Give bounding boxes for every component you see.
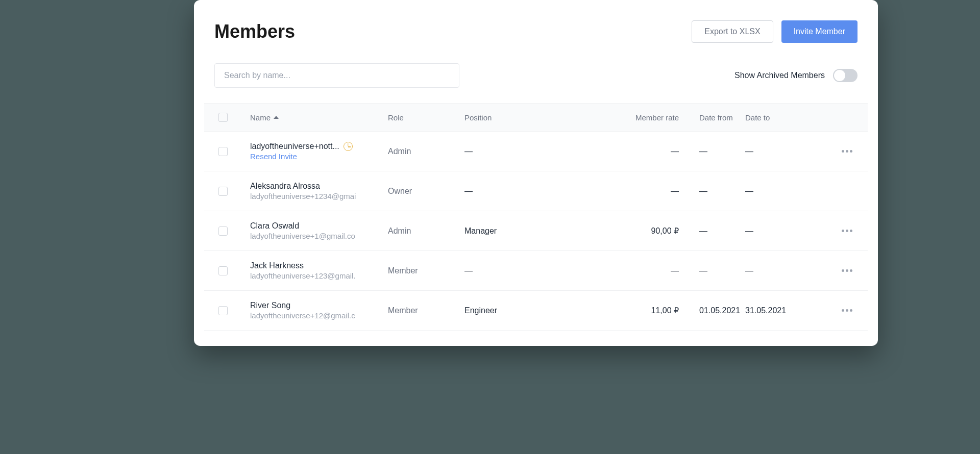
archived-toggle-wrap: Show Archived Members xyxy=(734,69,857,82)
name-line: ladyoftheuniverse+nott... xyxy=(250,142,388,151)
more-dots-icon xyxy=(850,230,852,232)
page-title: Members xyxy=(214,21,295,42)
actions-cell xyxy=(812,150,857,153)
rate-cell: 11,00 ₽ xyxy=(607,306,679,315)
name-cell: Aleksandra Alrossaladyoftheuniverse+1234… xyxy=(250,182,388,200)
checkbox-cell xyxy=(214,306,250,315)
rate-cell: 90,00 ₽ xyxy=(607,226,679,236)
date-from-cell: — xyxy=(679,147,745,156)
more-dots-icon xyxy=(842,150,844,153)
col-position[interactable]: Position xyxy=(464,113,607,122)
date-to-cell: — xyxy=(745,147,812,156)
resend-invite-link[interactable]: Resend Invite xyxy=(250,152,388,161)
name-cell: ladyoftheuniverse+nott...Resend Invite xyxy=(250,142,388,161)
invite-member-button[interactable]: Invite Member xyxy=(781,20,857,43)
date-to-cell: — xyxy=(745,226,812,236)
more-dots-icon xyxy=(846,230,848,232)
member-email: ladyoftheuniverse+1@gmail.co xyxy=(250,232,388,240)
name-cell: River Songladyoftheuniverse+12@gmail.c xyxy=(250,301,388,320)
actions-cell xyxy=(812,269,857,272)
role-cell: Admin xyxy=(388,147,464,156)
col-member-rate[interactable]: Member rate xyxy=(607,113,679,122)
row-checkbox[interactable] xyxy=(218,266,228,275)
actions-cell xyxy=(812,230,857,232)
more-dots-icon xyxy=(850,309,852,312)
col-name[interactable]: Name xyxy=(250,113,388,122)
name-line: Clara Oswald xyxy=(250,221,388,231)
table-row: Clara Oswaldladyoftheuniverse+1@gmail.co… xyxy=(204,211,868,251)
name-line: River Song xyxy=(250,301,388,310)
select-all-col xyxy=(214,113,250,122)
date-to-cell: — xyxy=(745,266,812,275)
select-all-checkbox[interactable] xyxy=(218,113,228,122)
rate-cell: — xyxy=(607,147,679,156)
checkbox-cell xyxy=(214,266,250,275)
table-row: River Songladyoftheuniverse+12@gmail.cMe… xyxy=(204,291,868,331)
name-cell: Jack Harknessladyoftheuniverse+123@gmail… xyxy=(250,261,388,280)
role-cell: Member xyxy=(388,306,464,315)
more-dots-icon xyxy=(850,150,852,153)
role-cell: Admin xyxy=(388,226,464,236)
clock-icon xyxy=(344,142,353,151)
table-header: Name Role Position Member rate Date from… xyxy=(204,103,868,132)
position-cell: — xyxy=(464,266,607,275)
search-input[interactable] xyxy=(214,63,459,88)
header-row: Members Export to XLSX Invite Member xyxy=(194,20,878,43)
more-dots-icon xyxy=(846,150,848,153)
toggle-knob xyxy=(834,70,845,81)
name-line: Aleksandra Alrossa xyxy=(250,182,388,191)
more-dots-icon xyxy=(842,230,844,232)
sort-asc-icon xyxy=(274,116,279,119)
member-name: Clara Oswald xyxy=(250,221,299,231)
position-cell: Engineer xyxy=(464,306,607,315)
position-cell: Manager xyxy=(464,226,607,236)
archived-toggle-label: Show Archived Members xyxy=(734,71,825,80)
position-cell: — xyxy=(464,187,607,196)
date-from-cell: — xyxy=(679,187,745,196)
table-row: ladyoftheuniverse+nott...Resend InviteAd… xyxy=(204,132,868,171)
col-name-label: Name xyxy=(250,113,271,122)
export-button[interactable]: Export to XLSX xyxy=(692,20,773,43)
row-checkbox[interactable] xyxy=(218,147,228,156)
table-row: Jack Harknessladyoftheuniverse+123@gmail… xyxy=(204,251,868,291)
row-checkbox[interactable] xyxy=(218,306,228,315)
member-name: Jack Harkness xyxy=(250,261,304,270)
col-date-to[interactable]: Date to xyxy=(745,113,812,122)
row-checkbox[interactable] xyxy=(218,187,228,196)
row-checkbox[interactable] xyxy=(218,226,228,236)
more-dots-icon xyxy=(842,269,844,272)
more-actions-button[interactable] xyxy=(812,309,857,312)
table-row: Aleksandra Alrossaladyoftheuniverse+1234… xyxy=(204,171,868,211)
member-name: River Song xyxy=(250,301,290,310)
position-cell: — xyxy=(464,147,607,156)
more-actions-button[interactable] xyxy=(812,230,857,232)
more-dots-icon xyxy=(846,269,848,272)
date-from-cell: — xyxy=(679,226,745,236)
rate-cell: — xyxy=(607,187,679,196)
header-actions: Export to XLSX Invite Member xyxy=(692,20,857,43)
more-actions-button[interactable] xyxy=(812,150,857,153)
more-dots-icon xyxy=(842,309,844,312)
checkbox-cell xyxy=(214,187,250,196)
rate-cell: — xyxy=(607,266,679,275)
member-name: Aleksandra Alrossa xyxy=(250,182,320,191)
member-email: ladyoftheuniverse+123@gmail. xyxy=(250,271,388,280)
col-role[interactable]: Role xyxy=(388,113,464,122)
table-body: ladyoftheuniverse+nott...Resend InviteAd… xyxy=(204,132,868,331)
checkbox-cell xyxy=(214,226,250,236)
member-email: ladyoftheuniverse+1234@gmai xyxy=(250,192,388,200)
controls-row: Show Archived Members xyxy=(194,63,878,88)
role-cell: Owner xyxy=(388,187,464,196)
name-line: Jack Harkness xyxy=(250,261,388,270)
archived-toggle[interactable] xyxy=(833,69,857,82)
date-from-cell: 01.05.2021 xyxy=(679,306,745,315)
date-from-cell: — xyxy=(679,266,745,275)
date-to-cell: — xyxy=(745,187,812,196)
date-to-cell: 31.05.2021 xyxy=(745,306,812,315)
members-card: Members Export to XLSX Invite Member Sho… xyxy=(194,0,878,346)
more-dots-icon xyxy=(850,269,852,272)
more-actions-button[interactable] xyxy=(812,269,857,272)
col-date-from[interactable]: Date from xyxy=(679,113,745,122)
actions-cell xyxy=(812,309,857,312)
more-dots-icon xyxy=(846,309,848,312)
